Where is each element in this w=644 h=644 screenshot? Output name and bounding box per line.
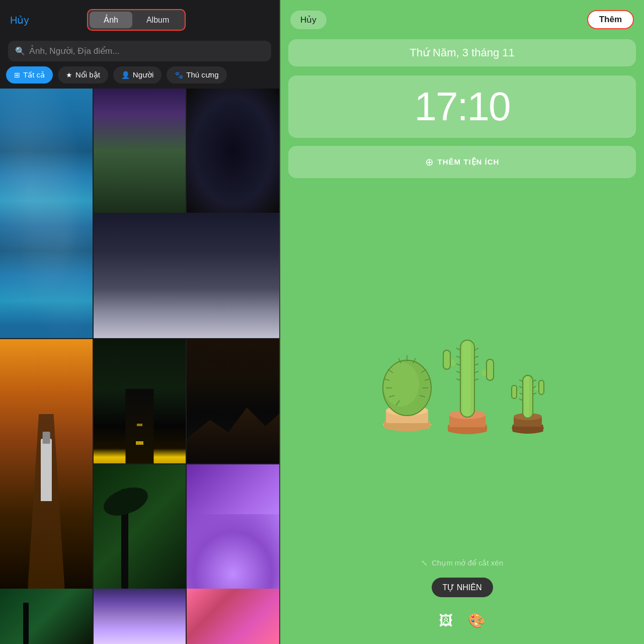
filter-pets[interactable]: 🐾 Thú cưng — [167, 66, 226, 84]
color-palette-icon[interactable]: 🎨 — [468, 612, 486, 629]
plus-icon: ⊕ — [425, 156, 434, 168]
svg-line-52 — [519, 399, 523, 400]
search-bar[interactable]: 🔍 Ảnh, Người, Địa điểm... — [8, 41, 271, 61]
thumb-clouds[interactable] — [94, 589, 186, 644]
svg-rect-26 — [462, 340, 470, 417]
photo-night-sky[interactable]: · · · · · · · · · · · · · · · · · · · · … — [187, 89, 279, 213]
thumb-gradient[interactable] — [187, 589, 279, 644]
search-icon: 🔍 — [15, 46, 25, 56]
filter-highlight[interactable]: ★ Nổi bật — [58, 66, 108, 84]
svg-line-33 — [474, 356, 478, 358]
svg-line-29 — [456, 364, 460, 365]
date-text: Thứ Năm, 3 tháng 11 — [410, 46, 514, 59]
photo-mountain-snow[interactable] — [94, 214, 279, 338]
svg-point-4 — [383, 362, 419, 407]
crop-hint: ⤡ Chụm mở để cắt xén — [280, 558, 644, 573]
svg-line-50 — [519, 386, 523, 388]
bottom-thumbs — [0, 589, 279, 644]
huy-button-left[interactable]: Hủy — [10, 14, 29, 26]
left-header: Hủy Ảnh Album — [0, 0, 279, 36]
time-text: 17:10 — [414, 84, 510, 129]
grid-icon: ⊞ — [14, 71, 20, 79]
cactus-right — [512, 375, 544, 434]
paw-icon: 🐾 — [175, 71, 183, 79]
huy-button-right[interactable]: Hủy — [290, 11, 327, 29]
tu-nhien-button[interactable]: TỰ NHIÊN — [432, 578, 493, 597]
svg-rect-25 — [487, 359, 494, 380]
widget-container[interactable]: ⊕ THÊM TIỆN ÍCH — [288, 146, 636, 178]
svg-line-31 — [456, 379, 460, 380]
left-panel: Hủy Ảnh Album 🔍 Ảnh, Người, Địa điểm... … — [0, 0, 279, 644]
svg-rect-48 — [524, 375, 529, 418]
filter-row: ⊞ Tất cả ★ Nổi bật 👤 Người 🐾 Thú cưng — [0, 66, 279, 89]
svg-line-28 — [456, 356, 460, 358]
segment-anh[interactable]: Ảnh — [90, 12, 132, 28]
photo-dark-mountain[interactable] — [187, 339, 279, 463]
right-header: Hủy Thêm — [280, 0, 644, 34]
date-container: Thứ Năm, 3 tháng 11 — [288, 39, 636, 66]
svg-rect-23 — [443, 350, 450, 369]
photo-mountain-lake[interactable] — [94, 89, 186, 213]
svg-line-30 — [456, 371, 460, 373]
right-panel: Hủy Thêm Thứ Năm, 3 tháng 11 17:10 ⊕ THÊ… — [280, 0, 644, 644]
photo-dark-road[interactable] — [94, 339, 186, 463]
cactus-middle — [443, 340, 494, 434]
photo-picker-icon[interactable]: 🖼 — [439, 612, 453, 629]
bottom-bar: TỰ NHIÊN — [280, 573, 644, 607]
cactus-area — [280, 182, 644, 558]
svg-line-27 — [456, 348, 460, 350]
filter-all[interactable]: ⊞ Tất cả — [6, 66, 53, 84]
widget-label: THÊM TIỆN ÍCH — [438, 157, 500, 167]
svg-line-36 — [474, 379, 478, 380]
svg-rect-47 — [539, 380, 544, 394]
photo-grid: · · · · · · · · · · · · · · · · · · · · … — [0, 89, 279, 589]
svg-line-49 — [519, 380, 523, 381]
svg-line-53 — [533, 380, 536, 381]
photo-palms[interactable] — [94, 464, 186, 589]
photo-clouds-purple[interactable] — [187, 464, 279, 589]
search-placeholder: Ảnh, Người, Địa điểm... — [29, 46, 119, 56]
thumb-palms[interactable] — [0, 589, 93, 644]
bottom-icons-row: 🖼 🎨 — [280, 607, 644, 644]
crop-icon: ⤡ — [421, 558, 428, 568]
svg-line-35 — [474, 371, 478, 373]
filter-people[interactable]: 👤 Người — [113, 66, 162, 84]
segmented-control: Ảnh Album — [87, 9, 186, 31]
photo-ocean[interactable] — [0, 89, 93, 338]
photo-lighthouse[interactable] — [0, 339, 93, 589]
svg-line-34 — [474, 364, 478, 365]
cactus-illustration — [362, 300, 563, 441]
segment-album[interactable]: Album — [132, 12, 183, 28]
star-icon: ★ — [66, 71, 72, 79]
cactus-left — [383, 355, 431, 432]
them-button[interactable]: Thêm — [587, 10, 634, 29]
svg-rect-45 — [512, 385, 517, 398]
svg-line-32 — [474, 348, 478, 350]
svg-line-55 — [533, 393, 536, 394]
time-container: 17:10 — [288, 75, 636, 138]
person-icon: 👤 — [121, 71, 130, 79]
